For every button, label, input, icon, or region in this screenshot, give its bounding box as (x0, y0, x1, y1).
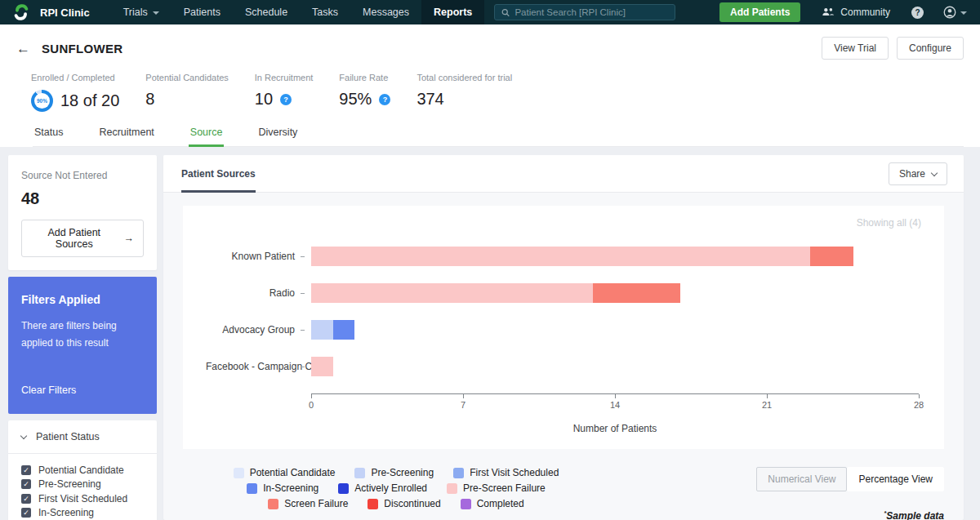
axis-tick-mark (767, 394, 768, 398)
bar-segment-screen-failure[interactable] (810, 247, 853, 266)
add-patient-sources-button[interactable]: Add Patient Sources → (21, 220, 144, 257)
chevron-down-icon (931, 169, 938, 176)
checkbox-checked-icon[interactable]: ✓ (21, 494, 31, 504)
percentage-view-button[interactable]: Percentage View (847, 467, 944, 491)
stat-value-row: 10? (255, 90, 314, 109)
chart-rows: Known PatientRadioAdvocacy GroupFacebook… (206, 247, 921, 376)
back-arrow-icon[interactable]: ← (16, 42, 30, 56)
bar-segment-in-screening[interactable] (333, 320, 355, 340)
app-logo-icon[interactable] (12, 3, 30, 21)
tab-source[interactable]: Source (189, 127, 225, 146)
stat-0: Enrolled / Completed90%18 of 20 (31, 73, 119, 112)
panel-tab-bar: Patient Sources Share (163, 155, 964, 193)
user-avatar-icon (943, 6, 956, 19)
nav-item-label: Reports (434, 7, 472, 18)
bar-track (311, 357, 919, 376)
checkbox-checked-icon[interactable]: ✓ (21, 508, 31, 518)
add-patients-button[interactable]: Add Patients (719, 2, 800, 22)
tab-recruitment[interactable]: Recruitment (97, 127, 155, 146)
chart-row-3: Facebook - Campaign C (206, 357, 921, 376)
nav-item-schedule[interactable]: Schedule (233, 0, 300, 24)
patient-sources-panel: Patient Sources Share Showing all (4) Kn… (163, 155, 964, 520)
patient-status-header[interactable]: Patient Status (8, 420, 157, 454)
legend-item-completed: Completed (461, 498, 524, 509)
info-icon[interactable]: ? (379, 94, 390, 105)
status-option-label: Pre-Screening (38, 478, 101, 490)
status-option-0[interactable]: ✓Potential Candidate (21, 465, 144, 475)
clinic-name[interactable]: RPI Clinic (40, 7, 90, 19)
bar-segment-pre-screen-failure[interactable] (311, 357, 333, 376)
view-trial-button[interactable]: View Trial (822, 37, 889, 60)
legend-swatch (247, 483, 257, 494)
configure-button[interactable]: Configure (897, 37, 964, 60)
stat-value-row: 95%? (339, 90, 390, 109)
search-icon (501, 8, 510, 17)
share-button[interactable]: Share (889, 162, 947, 185)
account-menu[interactable] (943, 6, 967, 19)
status-option-1[interactable]: ✓Pre-Screening (21, 480, 144, 490)
checkbox-checked-icon[interactable]: ✓ (21, 465, 31, 475)
tab-diversity[interactable]: Diversity (256, 127, 299, 146)
category-tick (295, 367, 311, 367)
patient-status-card: Patient Status ✓Potential Candidate✓Pre-… (8, 420, 157, 520)
nav-item-label: Trials (123, 7, 148, 18)
community-link[interactable]: Community (822, 7, 890, 18)
sample-data-note: *Sample data (884, 509, 944, 520)
patient-search-box[interactable] (494, 4, 675, 20)
chevron-down-icon (20, 432, 27, 438)
bar-segment-screen-failure[interactable] (593, 283, 679, 303)
tab-patient-sources[interactable]: Patient Sources (181, 155, 256, 193)
view-controls: Numerical View Percentage View *Sample d… (756, 467, 944, 520)
nav-item-label: Tasks (312, 7, 338, 18)
tab-status[interactable]: Status (33, 127, 65, 146)
add-patient-sources-label: Add Patient Sources (31, 227, 118, 250)
trial-title: SUNFLOWER (42, 42, 122, 56)
community-label: Community (840, 7, 890, 18)
arrow-right-icon: → (124, 233, 135, 244)
showing-all-label: Showing all (4) (206, 217, 921, 233)
numerical-view-button[interactable]: Numerical View (756, 467, 847, 491)
checkbox-checked-icon[interactable]: ✓ (21, 479, 31, 489)
trial-header: ← SUNFLOWER View Trial Configure Enrolle… (0, 24, 980, 147)
nav-item-trials[interactable]: Trials (111, 0, 172, 24)
legend-label: Discontinued (384, 498, 440, 509)
nav-item-messages[interactable]: Messages (350, 0, 421, 24)
status-option-3[interactable]: ✓In-Screening (21, 509, 144, 518)
nav-item-label: Messages (363, 7, 409, 18)
bar-segment-pre-screening[interactable] (311, 320, 333, 340)
chart-x-axis: 07142128 (311, 393, 919, 423)
nav-item-label: Schedule (245, 7, 287, 18)
chart-category-label: Advocacy Group (206, 324, 295, 336)
status-option-label: First Visit Scheduled (38, 493, 127, 504)
info-icon[interactable]: ? (280, 94, 292, 105)
trial-stats-row: Enrolled / Completed90%18 of 20Potential… (31, 73, 964, 112)
help-icon[interactable]: ? (911, 7, 924, 19)
chart-x-axis-label: Number of Patients (311, 423, 919, 439)
progress-ring-value: 90% (34, 93, 50, 109)
stat-value-row: 8 (145, 90, 229, 109)
axis-tick-label: 0 (309, 400, 314, 410)
nav-menu: TrialsPatientsScheduleTasksMessagesRepor… (111, 0, 485, 24)
axis-tick-label: 21 (762, 400, 772, 410)
legend-item-pre-screen-failure: Pre-Screen Failure (447, 482, 546, 494)
nav-item-reports[interactable]: Reports (421, 0, 484, 24)
clear-filters-link[interactable]: Clear Filters (21, 384, 144, 396)
nav-item-patients[interactable]: Patients (172, 0, 233, 24)
chart-row-1: Radio (206, 283, 921, 303)
patient-status-title: Patient Status (36, 431, 100, 442)
bar-segment-pre-screen-failure[interactable] (311, 283, 593, 303)
axis-tick-label: 14 (610, 400, 620, 410)
nav-item-tasks[interactable]: Tasks (300, 0, 350, 24)
bar-segment-pre-screen-failure[interactable] (311, 247, 810, 266)
source-not-entered-value: 48 (21, 189, 144, 208)
source-not-entered-card: Source Not Entered 48 Add Patient Source… (8, 155, 157, 270)
filters-sidebar: Source Not Entered 48 Add Patient Source… (8, 155, 157, 520)
category-tick (295, 293, 311, 294)
status-option-2[interactable]: ✓First Visit Scheduled (21, 494, 144, 504)
legend-item-discontinued: Discontinued (368, 498, 440, 509)
axis-tick-label: 7 (461, 400, 466, 410)
legend-item-potential-candidate: Potential Candidate (234, 467, 336, 478)
patient-search-input[interactable] (514, 7, 668, 17)
chart-footer: Potential CandidatePre-ScreeningFirst Vi… (183, 467, 944, 520)
nav-item-label: Patients (184, 7, 220, 18)
